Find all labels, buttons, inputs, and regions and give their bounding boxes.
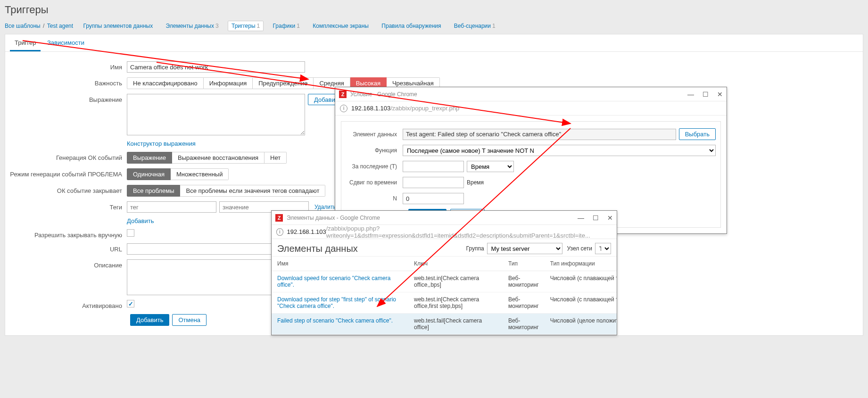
cond-time-unit-select[interactable]: Время [467,161,514,172]
col-info: Тип информации [545,257,617,271]
close-icon[interactable]: ✕ [717,91,723,98]
expression-constructor-link[interactable]: Конструктор выражения [127,140,196,147]
nav-screens[interactable]: Комплексные экраны [309,21,372,31]
cond-item-input [403,129,676,140]
table-row[interactable]: Download speed for scenario "Check camer… [272,271,617,292]
page-title: Триггеры [5,4,863,16]
minimize-icon[interactable]: — [687,91,694,98]
info-icon: i [340,105,347,112]
breadcrumbs: Все шаблоны / Test agent Группы элементо… [5,21,863,31]
severity-information[interactable]: Информация [204,77,253,89]
host-select[interactable]: Tes [595,243,611,254]
items-heading: Элементы данных [277,243,462,254]
item-link[interactable]: Failed step of scenario "Check camera of… [277,317,393,324]
severity-not-classified[interactable]: Не классифицировано [127,77,204,89]
ok-gen-none[interactable]: Нет [265,152,287,164]
cond-last-t-input[interactable] [403,161,464,172]
cond-select-button[interactable]: Выбрать [679,128,716,140]
col-name: Имя [272,257,408,271]
cond-shift-unit: Время [467,179,484,186]
form-add-button[interactable]: Добавить [130,314,169,326]
nav-discovery[interactable]: Правила обнаружения [378,21,445,31]
items-url-path: /zabbix/popup.php?writeonly=1&dstfrm=exp… [326,225,612,239]
cond-label-func: Функция [346,147,403,154]
cond-n-input[interactable] [403,193,464,204]
zabbix-icon: Z [339,91,347,98]
label-host: Узел сети [567,245,592,252]
cond-label-item: Элемент данных [346,131,403,138]
manual-close-checkbox[interactable] [127,229,134,237]
tag-remove-link[interactable]: Удалить [314,204,336,210]
label-name: Имя [5,61,127,71]
input-trigger-name[interactable] [127,61,305,73]
nav-items[interactable]: Элементы данных3 [162,21,223,31]
tab-dependencies[interactable]: Зависимости [42,34,89,51]
label-manual-close: Разрешить закрывать вручную [5,229,127,239]
cond-shift-input[interactable] [403,177,464,188]
label-desc: Описание [5,259,127,269]
problem-mode-single[interactable]: Одиночная [127,168,171,180]
enabled-checkbox[interactable] [127,300,134,307]
label-ok-closes: ОК событие закрывает [5,185,127,194]
tag-name-input[interactable] [127,201,216,213]
cond-label-n: N [346,195,403,202]
ok-gen-recovery[interactable]: Выражение восстановления [172,152,265,164]
expression-textarea[interactable] [127,94,305,135]
maximize-icon[interactable]: ☐ [703,91,709,98]
crumb-all-templates[interactable]: Все шаблоны [5,23,41,29]
items-table: Имя Ключ Тип Тип информации Download spe… [272,257,617,335]
maximize-icon[interactable]: ☐ [593,214,599,222]
ok-closes-tags[interactable]: Все проблемы если значения тегов совпада… [180,185,325,197]
ok-gen-expression[interactable]: Выражение [127,152,172,164]
severity-warning[interactable]: Предупреждение [253,77,314,89]
table-row[interactable]: Download speed for step "first step" of … [272,292,617,314]
crumb-template[interactable]: Test agent [47,23,73,29]
items-window-title: Элементы данных - Google Chrome [287,215,578,221]
problem-mode-multiple[interactable]: Множественный [171,168,229,180]
label-enabled: Активировано [5,300,127,309]
item-link[interactable]: Download speed for scenario "Check camer… [277,275,390,288]
cond-url-path: /zabbix/popup_trexpr.php [390,105,459,112]
tag-add-link[interactable]: Добавить [127,217,154,224]
nav-graphs[interactable]: Графики1 [269,21,304,31]
label-tags: Теги [5,201,127,211]
col-type: Тип [503,257,545,271]
label-group: Группа [466,245,484,252]
items-url-host: 192.168.1.103 [287,228,326,235]
items-window: Z Элементы данных - Google Chrome — ☐ ✕ … [271,210,617,335]
col-key: Ключ [408,257,503,271]
cond-function-select[interactable]: Последнее (самое новое) T значение NOT N [403,145,716,156]
label-expression: Выражение [5,94,127,103]
minimize-icon[interactable]: — [578,214,584,222]
ok-closes-all[interactable]: Все проблемы [127,185,180,197]
info-icon: i [276,228,283,236]
cond-label-shift: Сдвиг по времени [346,179,403,186]
close-icon[interactable]: ✕ [607,214,613,222]
tab-trigger[interactable]: Триггер [10,34,41,51]
item-link[interactable]: Download speed for step "first step" of … [277,296,396,309]
form-cancel-button[interactable]: Отмена [172,314,207,326]
condition-window-title: Условие - Google Chrome [350,91,687,98]
label-problem-mode: Режим генерации событий ПРОБЛЕМА [5,168,127,178]
cond-url-host: 192.168.1.103 [351,105,390,112]
table-row[interactable]: Failed step of scenario "Check camera of… [272,314,617,335]
nav-web[interactable]: Веб-сценарии1 [450,21,499,31]
group-select[interactable]: My test server [487,243,562,254]
cond-label-last-t: За последние (T) [346,163,403,170]
nav-triggers[interactable]: Триггеры1 [228,21,264,31]
zabbix-icon: Z [275,214,283,222]
label-url: URL [5,243,127,253]
label-ok-gen: Генерация ОК событий [5,152,127,161]
nav-item-groups[interactable]: Группы элементов данных [79,21,157,31]
label-severity: Важность [5,77,127,87]
